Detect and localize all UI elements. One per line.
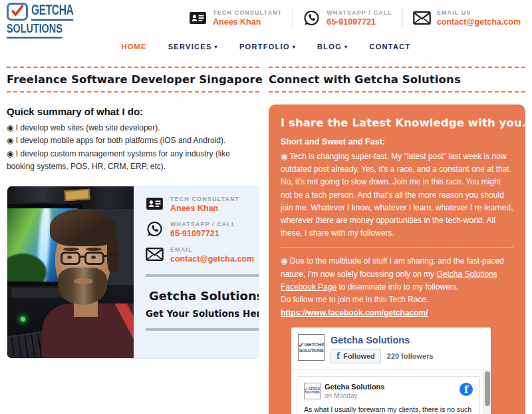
summary-bullet: ◉ I develop mobile apps for both platfor… xyxy=(7,134,259,147)
page-title: Freelance Software Developer Singapore xyxy=(7,73,259,86)
post-avatar[interactable]: GETCHA SOLUTIONS xyxy=(304,383,321,399)
brand-subtitle: Get Your Solutions Here xyxy=(146,308,259,319)
photo-person-hair xyxy=(50,209,116,246)
logo-text-line2: SOLUTIONS xyxy=(7,21,63,39)
email-icon xyxy=(413,10,431,26)
divider xyxy=(281,247,513,248)
header-contact-bar: TECH CONSULTANT Anees Khan WHATSAPP / CA… xyxy=(179,8,531,28)
card-whatsapp[interactable]: WHATSAPP / CALL 65-91097721 xyxy=(146,221,259,238)
divider xyxy=(146,328,259,331)
facebook-page-embed: GETCHA SOLUTIONS Getcha Solutions fFollo… xyxy=(291,327,491,414)
summary-bullet: ◉ I develop web sites (web site develope… xyxy=(7,122,259,134)
email-icon xyxy=(146,246,164,262)
photo-glasses-lens xyxy=(84,252,104,265)
main-nav: HOME SERVICES▾ PORTFOLIO▾ BLOG▾ CONTACT xyxy=(0,43,532,51)
contact-label: EMAIL US xyxy=(437,9,521,16)
nav-label: HOME xyxy=(122,43,147,51)
nav-label: PORTFOLIO xyxy=(239,43,290,51)
logo-text-line2: SOLUTIONS xyxy=(299,348,323,353)
embed-header: GETCHA SOLUTIONS Getcha Solutions fFollo… xyxy=(291,327,491,369)
brand-title: Getcha Solutions xyxy=(146,289,259,303)
card-consultant[interactable]: TECH CONSULTANT Anees Khan xyxy=(146,196,259,213)
nav-portfolio[interactable]: PORTFOLIO▾ xyxy=(239,43,296,51)
photo-shirt-stripe xyxy=(101,304,134,355)
connect-title: Connect with Getcha Solutions xyxy=(269,73,525,86)
getcha-logo-thumbnail[interactable]: GETCHA SOLUTIONS xyxy=(298,334,325,361)
nav-contact[interactable]: CONTACT xyxy=(369,43,410,51)
followed-button[interactable]: fFollowed xyxy=(331,349,381,363)
header-email[interactable]: EMAIL US contact@getcha.com xyxy=(402,8,531,28)
knowledge-subheading: Short and Sweet and Fast: xyxy=(281,137,513,146)
photo-glasses-lens xyxy=(61,252,80,265)
contact-label: TECH CONSULTANT xyxy=(213,9,282,16)
followed-label: Followed xyxy=(343,352,375,360)
chevron-down-icon: ▾ xyxy=(215,44,218,50)
quick-summary: Quick summary of what I do: ◉ I develop … xyxy=(7,106,259,174)
summary-bullet: ◉ I develop custom management systems fo… xyxy=(7,148,259,174)
contact-value: contact@getcha.com xyxy=(437,17,521,27)
facebook-post: GETCHA SOLUTIONS Getcha Solutions on Mon… xyxy=(297,376,480,414)
followers-count: 220 followers xyxy=(387,352,434,360)
knowledge-heading: I share the Latest Knowledge with you. xyxy=(281,116,513,129)
checkmark-icon xyxy=(7,3,28,21)
logo-text-line2: SOLUTIONS xyxy=(305,391,320,395)
photo-led xyxy=(21,317,25,321)
facebook-icon: f xyxy=(336,351,340,361)
developer-photo xyxy=(7,186,134,358)
nav-label: CONTACT xyxy=(369,43,410,51)
facebook-url-link[interactable]: https://www.facebook.com/getchacom/ xyxy=(281,308,428,317)
photo-box xyxy=(64,188,90,201)
card-email[interactable]: EMAIL contact@getcha.com xyxy=(146,246,259,264)
left-column: Freelance Software Developer Singapore Q… xyxy=(7,61,259,414)
nav-services[interactable]: SERVICES▾ xyxy=(168,43,218,51)
knowledge-paragraph-2: ◉ Due to the multitude of stuff I am sha… xyxy=(281,255,513,294)
nav-home[interactable]: HOME xyxy=(122,43,147,51)
chevron-down-icon: ▾ xyxy=(344,44,348,50)
checkmark-icon xyxy=(298,342,304,347)
logo-text-line1: GETCHA xyxy=(305,342,325,347)
post-author[interactable]: Getcha Solutions xyxy=(325,383,384,391)
right-column: Connect with Getcha Solutions I share th… xyxy=(269,61,525,414)
photo-eyebrow xyxy=(86,248,102,251)
profile-contact-panel: TECH CONSULTANT Anees Khan WHATSAPP / CA… xyxy=(134,186,259,358)
header-whatsapp[interactable]: WHATSAPP / CALL 65-91097721 xyxy=(292,8,402,28)
knowledge-paragraph-1: ◉ Tech is changing super-fast. My "lates… xyxy=(281,150,513,240)
page-content: Freelance Software Developer Singapore Q… xyxy=(0,61,532,414)
embed-timeline: GETCHA SOLUTIONS Getcha Solutions on Mon… xyxy=(291,369,491,414)
contact-value: 65-91097721 xyxy=(327,17,392,27)
facebook-icon[interactable]: f xyxy=(460,383,473,396)
post-header: GETCHA SOLUTIONS Getcha Solutions on Mon… xyxy=(304,383,473,399)
site-logo[interactable]: GETCHA SOLUTIONS xyxy=(7,3,82,37)
contact-label: WHATSAPP / CALL xyxy=(170,221,236,228)
divider xyxy=(146,274,259,277)
post-timestamp[interactable]: on Monday xyxy=(325,392,384,399)
contact-label: WHATSAPP / CALL xyxy=(327,9,392,16)
photo-eyebrow xyxy=(63,248,79,251)
post-text: As what I usually forewarn my clients, t… xyxy=(304,405,473,414)
contact-value: Anees Khan xyxy=(170,204,239,213)
contact-value: Anees Khan xyxy=(213,17,282,27)
summary-title: Quick summary of what I do: xyxy=(7,106,259,117)
photo-beard xyxy=(58,268,107,305)
contact-label: TECH CONSULTANT xyxy=(170,196,239,202)
knowledge-panel: I share the Latest Knowledge with you. S… xyxy=(269,104,525,414)
chevron-down-icon: ▾ xyxy=(293,44,296,50)
contact-value: 65-91097721 xyxy=(170,229,236,238)
paragraph-text: to diseminate info to my followers. xyxy=(336,282,459,292)
nav-label: BLOG xyxy=(317,43,342,51)
logo-text-line1: GETCHA xyxy=(31,2,73,21)
site-header: GETCHA SOLUTIONS TECH CONSULTANT Anees K… xyxy=(0,0,532,61)
fb-page-name-link[interactable]: Getcha Solutions xyxy=(331,335,410,345)
scrollbar-thumb[interactable] xyxy=(485,371,490,406)
whatsapp-icon xyxy=(303,10,321,26)
header-consultant[interactable]: TECH CONSULTANT Anees Khan xyxy=(179,8,292,28)
photo-glasses-bridge xyxy=(79,256,86,258)
profile-card: TECH CONSULTANT Anees Khan WHATSAPP / CA… xyxy=(7,186,259,359)
photo-lips xyxy=(74,278,92,284)
contact-value: contact@getcha.com xyxy=(170,254,254,264)
nav-blog[interactable]: BLOG▾ xyxy=(317,43,348,51)
id-card-icon xyxy=(146,196,164,212)
embed-scrollbar[interactable] xyxy=(483,370,491,414)
contact-label: EMAIL xyxy=(170,246,254,253)
left-section-heading: Freelance Software Developer Singapore xyxy=(7,67,259,93)
